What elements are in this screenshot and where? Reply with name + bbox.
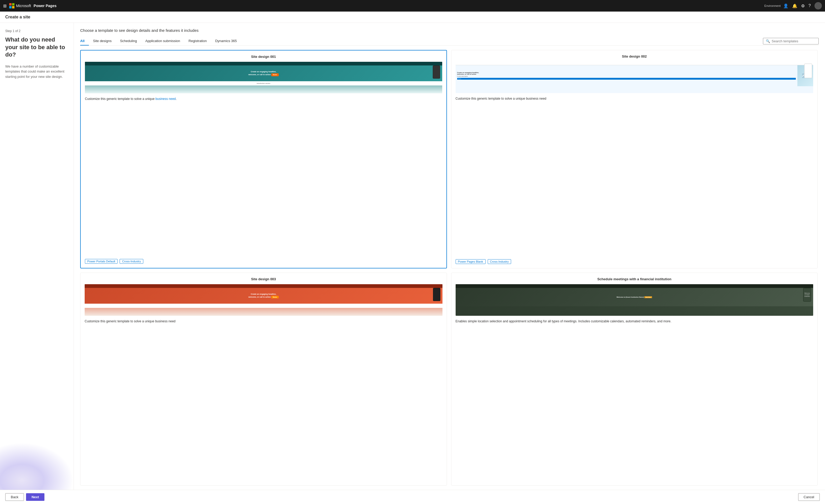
right-panel: Choose a template to see design details … [74,23,825,490]
template-desc-002: Customize this generic template to solve… [456,96,813,256]
template-preview-001: Create an engaging headline,welcome, or … [85,62,442,93]
template-desc-003: Customize this generic template to solve… [85,319,443,478]
wizard-question: What do you need your site to be able to… [5,36,68,59]
tab-application-submission[interactable]: Application submission [141,37,184,46]
avatar[interactable] [815,2,822,9]
template-tags-002: Power Pages Blank Cross-Industry [456,259,813,264]
tab-scheduling[interactable]: Scheduling [116,37,141,46]
tag-cross-industry-001: Cross-Industry [120,259,143,264]
footer-actions: Back Next [5,493,45,501]
tab-dynamics365[interactable]: Dynamics 365 [211,37,241,46]
person-icon[interactable]: 👤 [783,3,789,8]
step-label: Step 1 of 2 [5,29,68,33]
bell-icon[interactable]: 🔔 [792,3,798,8]
decoration [0,442,74,490]
search-input[interactable] [772,39,816,43]
tab-site-designs[interactable]: Site designs [89,37,116,46]
environment-info: Environment [764,4,780,7]
next-button[interactable]: Next [26,493,45,501]
template-preview-003: Create an engaging headline,welcome, or … [85,284,443,316]
template-title-003: Site design 003 [85,277,443,281]
tag-power-pages-blank: Power Pages Blank [456,259,485,264]
template-tags-001: Power Portals Default Cross-Industry [85,259,442,264]
topnav: ⊞ Microsoft Power Pages Environment 👤 🔔 … [0,0,825,12]
template-card-003[interactable]: Site design 003 Create an engaging headl… [80,273,447,486]
tag-cross-industry-002: Cross-Industry [488,259,511,264]
ms-logo: Microsoft [9,3,31,8]
template-link-001[interactable]: business need [155,97,176,101]
env-label: Environment [764,4,780,7]
tabs-bar: All Site designs Scheduling Application … [80,37,819,46]
waffle-icon[interactable]: ⊞ [3,3,7,8]
panel-title: Choose a template to see design details … [80,28,819,32]
tab-registration[interactable]: Registration [184,37,211,46]
tag-power-portals: Power Portals Default [85,259,118,264]
template-desc-fin: Enables simple location selection and ap… [456,319,813,478]
template-card-fin[interactable]: Schedule meetings with a financial insti… [451,273,818,486]
tab-all[interactable]: All [80,37,89,46]
template-card-001[interactable]: Site design 001 Create an engaging headl… [80,50,447,269]
template-preview-fin: Welcome to [Insert Institution Name] Boo… [456,284,813,316]
topnav-icons: 👤 🔔 ⚙ ? [783,2,822,9]
wizard-description: We have a number of customizable templat… [5,64,68,79]
cancel-button[interactable]: Cancel [798,493,820,501]
search-icon: 🔍 [766,39,770,43]
template-desc-001: Customize this generic template to solve… [85,96,442,256]
help-icon[interactable]: ? [809,3,811,8]
footer: Back Next Cancel [0,490,825,504]
search-box[interactable]: 🔍 [763,38,819,45]
templates-grid: Site design 001 Create an engaging headl… [80,50,819,490]
left-panel: Step 1 of 2 What do you need your site t… [0,23,74,490]
template-title-001: Site design 001 [85,55,442,59]
template-title-fin: Schedule meetings with a financial insti… [456,277,813,281]
template-title-002: Site design 002 [456,55,813,58]
brand-name: Microsoft [16,4,31,8]
app-name: Power Pages [34,4,57,8]
template-preview-002: Create an engaging headline,welcome, or … [456,62,813,93]
settings-icon[interactable]: ⚙ [801,3,805,8]
main-content: Step 1 of 2 What do you need your site t… [0,23,825,490]
template-card-002[interactable]: Site design 002 Create an engaging headl… [451,50,818,269]
ms-logo-squares [9,3,14,8]
page-header: Create a site [0,12,825,23]
page-title: Create a site [5,15,820,19]
back-button[interactable]: Back [5,493,24,501]
